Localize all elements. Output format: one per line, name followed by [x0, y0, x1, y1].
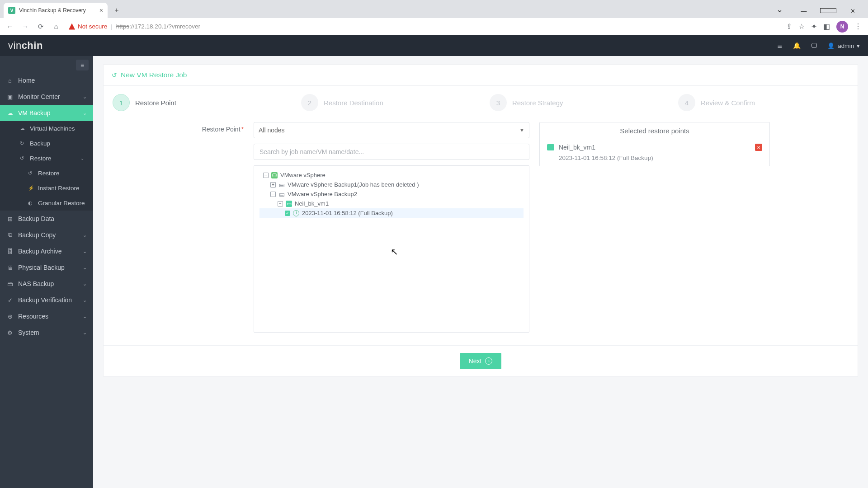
- sidebar-item-nas-backup[interactable]: 🗃 NAS Backup ⌄: [0, 276, 93, 292]
- sub-label: Instant Restore: [38, 185, 80, 192]
- archive-icon: 🗄: [6, 248, 14, 255]
- sidebar-item-backup-data[interactable]: ⊞ Backup Data: [0, 211, 93, 227]
- user-name: admin: [838, 42, 854, 49]
- collapse-toggle[interactable]: −: [278, 201, 283, 206]
- side-panel-icon[interactable]: ◧: [823, 22, 830, 31]
- monitor-icon[interactable]: 🖵: [810, 42, 818, 50]
- sidebar-item-monitor[interactable]: ▣ Monitor Center ⌄: [0, 89, 93, 105]
- wizard-footer: Next ›: [104, 345, 858, 376]
- tree-label: VMware vSphere Backup2: [288, 191, 357, 197]
- select-value: All nodes: [259, 127, 285, 134]
- selected-vm-row: Neil_bk_vm1 ✕: [547, 144, 762, 151]
- sidebar-sub-virtual-machines[interactable]: ☁ Virtual Machines: [20, 121, 93, 136]
- step-label: Restore Destination: [324, 99, 383, 107]
- chevron-icon: ⌄: [83, 249, 87, 254]
- granular-icon: ◐: [28, 200, 34, 206]
- sidebar-item-resources[interactable]: ⊕ Resources ⌄: [0, 308, 93, 324]
- monitor-center-icon: ▣: [6, 93, 14, 100]
- bell-icon[interactable]: 🔔: [793, 42, 801, 50]
- tree-node-job1[interactable]: + 🖴 VMware vSphere Backup1(Job has been …: [259, 180, 524, 189]
- sidebar-collapse-button[interactable]: ≡: [76, 60, 89, 70]
- collapse-toggle[interactable]: −: [263, 173, 269, 178]
- tree-node-vm[interactable]: − ▭ Neil_bk_vm1: [259, 199, 524, 208]
- remove-button[interactable]: ✕: [755, 144, 762, 151]
- back-button[interactable]: ←: [5, 21, 15, 32]
- node-select[interactable]: All nodes ▼: [254, 122, 529, 138]
- browser-menu-icon[interactable]: ⋮: [854, 22, 862, 31]
- logo[interactable]: vinchin: [8, 40, 43, 52]
- tree-node-vsphere[interactable]: − ⛁ VMware vSphere: [259, 170, 524, 180]
- profile-avatar[interactable]: N: [836, 21, 848, 33]
- sidebar-sub-restore[interactable]: ↺ Restore: [20, 166, 93, 181]
- disk-icon: 🖴: [278, 191, 285, 197]
- sidebar-sub-backup[interactable]: ↻ Backup: [20, 136, 93, 151]
- step-1[interactable]: 1 Restore Point: [113, 94, 283, 111]
- sidebar-item-backup-archive[interactable]: 🗄 Backup Archive ⌄: [0, 243, 93, 259]
- copy-icon: ⧉: [6, 231, 14, 239]
- chevron-icon: ⌄: [83, 94, 87, 100]
- browser-tab[interactable]: V Vinchin Backup & Recovery ×: [4, 3, 108, 18]
- step-2[interactable]: 2 Restore Destination: [301, 94, 472, 111]
- next-button[interactable]: Next ›: [460, 353, 502, 369]
- step-4[interactable]: 4 Review & Confirm: [678, 94, 849, 111]
- step-3[interactable]: 3 Restore Strategy: [490, 94, 660, 111]
- sidebar-item-physical-backup[interactable]: 🖥 Physical Backup ⌄: [0, 259, 93, 276]
- collapse-toggle[interactable]: −: [270, 192, 276, 197]
- sidebar-item-system[interactable]: ⚙ System ⌄: [0, 324, 93, 341]
- wizard-steps: 1 Restore Point 2 Restore Destination 3 …: [104, 86, 858, 116]
- sidebar: ≡ ⌂ Home ▣ Monitor Center ⌄ ☁ VM Backup …: [0, 56, 93, 488]
- vsphere-icon: ⛁: [271, 172, 278, 178]
- chevron-down-icon[interactable]: [771, 8, 788, 14]
- tree-node-job2[interactable]: − 🖴 VMware vSphere Backup2: [259, 189, 524, 199]
- checkbox-checked[interactable]: ✓: [285, 211, 290, 216]
- disk-icon: 🖴: [278, 182, 285, 188]
- instant-icon: ⚡: [28, 185, 34, 191]
- chevron-down-icon: ▾: [857, 42, 860, 49]
- clock-icon: [293, 210, 299, 216]
- window-close-icon[interactable]: [844, 8, 861, 14]
- expand-toggle[interactable]: +: [270, 182, 276, 188]
- cloud-icon: ☁: [6, 109, 14, 117]
- sidebar-item-backup-copy[interactable]: ⧉ Backup Copy ⌄: [0, 227, 93, 243]
- search-input[interactable]: Search by job name/VM name/date...: [254, 144, 529, 160]
- share-icon[interactable]: ⇪: [786, 22, 792, 31]
- home-button[interactable]: ⌂: [51, 21, 61, 32]
- address-bar: ← → ⟳ ⌂ Not secure | https://172.18.20.1…: [0, 18, 868, 35]
- app-header: vinchin ≣ 🔔 🖵 👤 admin ▾: [0, 35, 868, 56]
- nas-icon: 🗃: [6, 280, 14, 287]
- new-tab-button[interactable]: +: [110, 4, 123, 17]
- bookmark-icon[interactable]: ☆: [798, 22, 805, 31]
- list-icon[interactable]: ≣: [776, 42, 784, 50]
- sidebar-label: Backup Verification: [18, 296, 72, 304]
- forward-button[interactable]: →: [20, 21, 31, 32]
- sub-label: Virtual Machines: [30, 125, 75, 132]
- selected-panel: Selected restore points Neil_bk_vm1 ✕ 20…: [539, 122, 770, 166]
- header-right: ≣ 🔔 🖵 👤 admin ▾: [776, 42, 860, 50]
- reload-button[interactable]: ⟳: [35, 21, 46, 32]
- url-box[interactable]: Not secure | https://172.18.20.1/?vmreco…: [66, 23, 782, 30]
- tree-label: VMware vSphere: [280, 172, 326, 178]
- extensions-icon[interactable]: ✦: [811, 22, 817, 31]
- backup-icon: ↻: [20, 141, 26, 146]
- sidebar-sub-restore-group[interactable]: ↺ Restore ⌄: [20, 151, 93, 166]
- chevron-icon: ⌄: [83, 232, 87, 238]
- sidebar-item-vm-backup[interactable]: ☁ VM Backup ⌄: [0, 105, 93, 121]
- security-badge[interactable]: Not secure: [69, 23, 107, 30]
- step-number: 4: [678, 94, 695, 111]
- sidebar-item-backup-verification[interactable]: ✓ Backup Verification ⌄: [0, 292, 93, 308]
- restore-point-label: Restore Point*: [185, 122, 244, 333]
- user-icon: 👤: [827, 42, 835, 49]
- sidebar-sub-instant-restore[interactable]: ⚡ Instant Restore: [20, 181, 93, 196]
- tab-close-icon[interactable]: ×: [99, 7, 103, 14]
- user-menu[interactable]: 👤 admin ▾: [827, 42, 860, 49]
- sidebar-sub-granular-restore[interactable]: ◐ Granular Restore: [20, 196, 93, 211]
- sidebar-item-home[interactable]: ⌂ Home: [0, 72, 93, 89]
- wizard-card: ↺ New VM Restore Job 1 Restore Point 2 R…: [103, 64, 858, 377]
- window-maximize-icon[interactable]: [820, 8, 836, 14]
- sidebar-label: Physical Backup: [18, 264, 65, 271]
- step-label: Review & Confirm: [701, 99, 755, 107]
- tree-node-restore-point[interactable]: ✓ 2023-11-01 16:58:12 (Full Backup): [259, 208, 524, 218]
- chevron-icon: ⌄: [83, 330, 87, 336]
- window-minimize-icon[interactable]: [796, 8, 812, 14]
- system-icon: ⚙: [6, 329, 14, 336]
